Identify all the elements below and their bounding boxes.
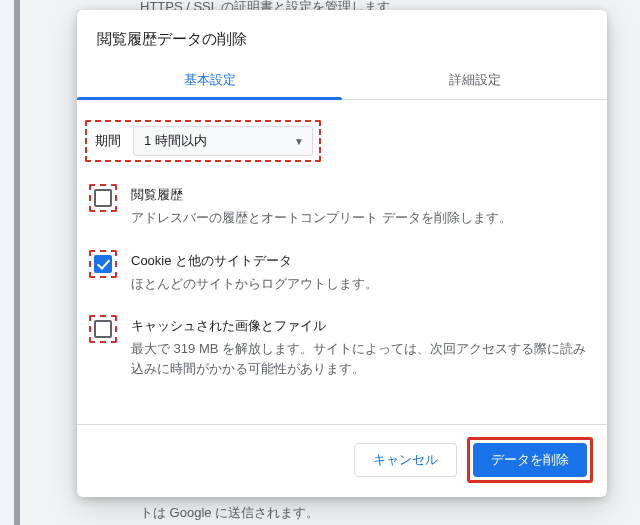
clear-data-button[interactable]: データを削除: [473, 443, 587, 477]
time-range-value: 1 時間以内: [144, 132, 207, 150]
time-range-label: 期間: [95, 132, 121, 150]
checkbox-cookies[interactable]: [94, 255, 112, 273]
option-text-history: 閲覧履歴 アドレスバーの履歴とオートコンプリート データを削除します。: [131, 184, 587, 228]
option-cache: キャッシュされた画像とファイル 最大で 319 MB を解放します。サイトによっ…: [89, 315, 587, 378]
time-range-select[interactable]: 1 時間以内 ▼: [133, 126, 313, 156]
tab-basic[interactable]: 基本設定: [77, 59, 342, 99]
checkbox-wrap-cookies: [89, 250, 117, 278]
option-text-cookies: Cookie と他のサイトデータ ほとんどのサイトからログアウトします。: [131, 250, 587, 294]
tab-basic-label: 基本設定: [184, 72, 236, 87]
checkbox-wrap-history: [89, 184, 117, 212]
clear-browsing-data-dialog: 閲覧履歴データの削除 基本設定 詳細設定 期間 1 時間以内 ▼ 閲覧履歴: [77, 10, 607, 497]
cancel-button-label: キャンセル: [373, 451, 438, 469]
tab-advanced-label: 詳細設定: [449, 72, 501, 87]
option-desc-cache: 最大で 319 MB を解放します。サイトによっては、次回アクセスする際に読み込…: [131, 339, 587, 378]
bg-stripe: [14, 0, 20, 525]
option-cookies: Cookie と他のサイトデータ ほとんどのサイトからログアウトします。: [89, 250, 587, 294]
bg-text-bottom: トは Google に送信されます。: [140, 504, 319, 522]
chevron-down-icon: ▼: [294, 136, 304, 147]
clear-button-highlight: データを削除: [467, 437, 593, 483]
dialog-title: 閲覧履歴データの削除: [77, 10, 607, 59]
option-title-history: 閲覧履歴: [131, 186, 587, 204]
dialog-body: 期間 1 時間以内 ▼ 閲覧履歴 アドレスバーの履歴とオートコンプリート データ…: [77, 100, 607, 424]
options-list: 閲覧履歴 アドレスバーの履歴とオートコンプリート データを削除します。 Cook…: [85, 184, 587, 378]
dialog-footer: キャンセル データを削除: [77, 424, 607, 497]
option-title-cache: キャッシュされた画像とファイル: [131, 317, 587, 335]
checkbox-wrap-cache: [89, 315, 117, 343]
option-browsing-history: 閲覧履歴 アドレスバーの履歴とオートコンプリート データを削除します。: [89, 184, 587, 228]
tab-advanced[interactable]: 詳細設定: [342, 59, 607, 99]
checkbox-browsing-history[interactable]: [94, 189, 112, 207]
time-range-row: 期間 1 時間以内 ▼: [85, 120, 321, 162]
cancel-button[interactable]: キャンセル: [354, 443, 457, 477]
checkbox-cache[interactable]: [94, 320, 112, 338]
option-desc-cookies: ほとんどのサイトからログアウトします。: [131, 274, 587, 294]
option-desc-history: アドレスバーの履歴とオートコンプリート データを削除します。: [131, 208, 587, 228]
clear-data-button-label: データを削除: [491, 451, 569, 469]
option-text-cache: キャッシュされた画像とファイル 最大で 319 MB を解放します。サイトによっ…: [131, 315, 587, 378]
option-title-cookies: Cookie と他のサイトデータ: [131, 252, 587, 270]
tab-row: 基本設定 詳細設定: [77, 59, 607, 100]
